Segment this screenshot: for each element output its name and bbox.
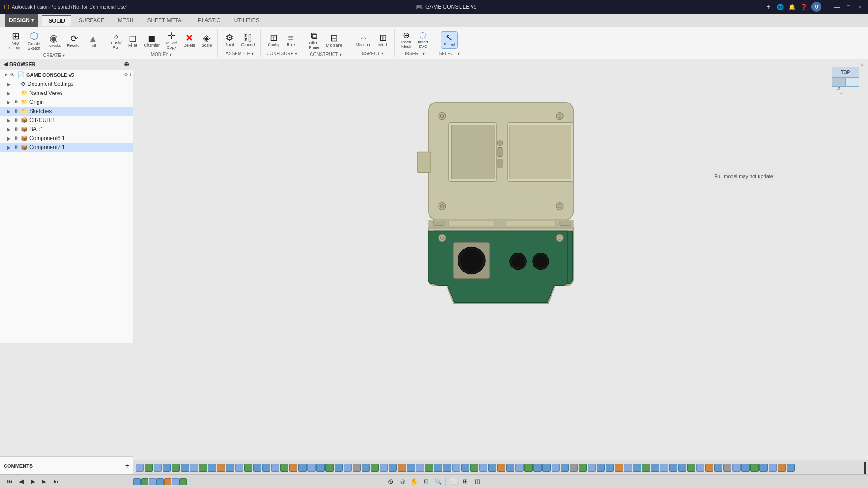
anim-play-btn[interactable]: ▶ xyxy=(28,477,38,487)
timeline-item[interactable] xyxy=(479,464,487,472)
btn-configure1[interactable]: ⊞Config xyxy=(265,32,282,48)
timeline-item[interactable] xyxy=(696,464,704,472)
timeline-playhead[interactable] xyxy=(864,462,866,474)
timeline-item[interactable] xyxy=(154,464,162,472)
timeline-item[interactable] xyxy=(723,464,731,472)
help-btn[interactable]: ❓ xyxy=(800,3,808,11)
browser-item-circuit[interactable]: ▶ 👁 📦 CIRCUIT:1 xyxy=(0,116,133,125)
tab-solid[interactable]: SOLID xyxy=(42,15,71,26)
comp-icon[interactable] xyxy=(149,478,156,485)
timeline-item[interactable] xyxy=(316,464,325,472)
viewport[interactable]: TOP Z ⌂ ✕ Full model may not update xyxy=(133,59,868,350)
timeline-item[interactable] xyxy=(136,464,144,472)
timeline-item[interactable] xyxy=(633,464,641,472)
tab-surface[interactable]: SURFACE xyxy=(72,15,111,25)
btn-pushpull[interactable]: ⬦Push/Pull xyxy=(109,30,124,51)
tab-sheetmetal[interactable]: SHEET METAL xyxy=(141,15,190,25)
timeline-item[interactable] xyxy=(425,464,433,472)
timeline-item[interactable] xyxy=(262,464,270,472)
anim-first-btn[interactable]: ⏮ xyxy=(5,477,14,487)
browser-item-named-views[interactable]: ▶ 👁 📁 Named Views xyxy=(0,89,133,98)
timeline-item[interactable] xyxy=(271,464,279,472)
timeline-item[interactable] xyxy=(669,464,677,472)
btn-configure2[interactable]: ≡Rule xyxy=(283,32,298,48)
timeline-item[interactable] xyxy=(253,464,261,472)
timeline-item[interactable] xyxy=(687,464,695,472)
comp-icon[interactable] xyxy=(133,478,141,485)
btn-interf[interactable]: ⊞Interf. xyxy=(376,32,391,48)
btn-move[interactable]: ✛Move/Copy xyxy=(164,30,179,51)
comp-icon[interactable] xyxy=(179,478,187,485)
close-btn[interactable]: × xyxy=(856,3,864,11)
eye-icon[interactable]: 👁 xyxy=(14,127,21,132)
eye-icon[interactable]: 👁 xyxy=(14,108,21,114)
browser-item-comp7[interactable]: ▶ 👁 📦 Component7:1 xyxy=(0,143,133,152)
timeline-item[interactable] xyxy=(624,464,632,472)
tab-plastic[interactable]: PLASTIC xyxy=(192,15,227,25)
btn-chamfer[interactable]: ◼Chamfer xyxy=(142,32,162,49)
tab-utilities[interactable]: UTILITIES xyxy=(228,15,266,25)
eye-icon[interactable]: 👁 xyxy=(14,99,21,105)
timeline-item[interactable] xyxy=(289,464,297,472)
user-avatar[interactable]: U xyxy=(811,2,821,12)
browser-item-root[interactable]: ▼ 👁 📄 GAME CONSOLE v5 ⚙ ℹ xyxy=(0,70,133,80)
btn-fillet[interactable]: ◻Fillet xyxy=(126,32,140,49)
btn-new-component[interactable]: ⊞NewComp. xyxy=(7,30,24,52)
btn-joint[interactable]: ⚙Joint xyxy=(222,32,237,48)
btn-measure[interactable]: ↔Measure xyxy=(354,32,374,48)
timeline-item[interactable] xyxy=(714,464,722,472)
root-info-icon[interactable]: ℹ xyxy=(129,72,131,78)
timeline-item[interactable] xyxy=(307,464,316,472)
btn-revolve[interactable]: ⟳Revolve xyxy=(65,33,84,49)
timeline-item[interactable] xyxy=(172,464,180,472)
timeline-item[interactable] xyxy=(389,464,397,472)
timeline-item[interactable] xyxy=(280,464,288,472)
cube-right-face[interactable] xyxy=(845,78,859,87)
cube-left-face[interactable] xyxy=(832,78,845,87)
timeline-item[interactable] xyxy=(597,464,605,472)
timeline-item[interactable] xyxy=(615,464,623,472)
btn-create-sketch[interactable]: ⬡CreateSketch xyxy=(26,30,43,52)
comp-icon[interactable] xyxy=(141,478,148,485)
timeline-item[interactable] xyxy=(244,464,252,472)
account-btn[interactable]: 🌐 xyxy=(776,3,784,11)
timeline-item[interactable] xyxy=(579,464,587,472)
tab-mesh[interactable]: MESH xyxy=(112,15,140,25)
timeline-item[interactable] xyxy=(443,464,451,472)
timeline-item[interactable] xyxy=(181,464,189,472)
new-tab-btn[interactable]: + xyxy=(764,3,773,11)
timeline-item[interactable] xyxy=(515,464,524,472)
anim-last-btn[interactable]: ⏭ xyxy=(52,477,61,487)
eye-icon[interactable]: 👁 xyxy=(14,117,21,123)
maximize-btn[interactable]: □ xyxy=(844,3,853,11)
btn-loft[interactable]: ▲Loft xyxy=(86,33,100,49)
timeline-item[interactable] xyxy=(208,464,216,472)
view-cube[interactable]: TOP Z ⌂ ✕ xyxy=(827,63,863,99)
timeline-item[interactable] xyxy=(769,464,777,472)
timeline-item[interactable] xyxy=(524,464,533,472)
timeline-item[interactable] xyxy=(651,464,659,472)
timeline-item[interactable] xyxy=(760,464,768,472)
browser-add-icon[interactable]: ⊕ xyxy=(124,61,129,68)
eye-icon[interactable]: 👁 xyxy=(10,72,17,78)
timeline-item[interactable] xyxy=(335,464,343,472)
cube-close-icon[interactable]: ✕ xyxy=(860,62,864,68)
timeline-item[interactable] xyxy=(570,464,578,472)
timeline-item[interactable] xyxy=(470,464,478,472)
timeline-item[interactable] xyxy=(362,464,370,472)
cube-top-face[interactable]: TOP xyxy=(832,67,859,78)
browser-item-origin[interactable]: ▶ 👁 📁 Origin xyxy=(0,98,133,107)
browser-item-sketches[interactable]: ▶ 👁 📁 Sketches xyxy=(0,107,133,116)
timeline-item[interactable] xyxy=(750,464,759,472)
timeline-item[interactable] xyxy=(217,464,225,472)
eye-icon[interactable]: 👁 xyxy=(14,145,21,150)
timeline-item[interactable] xyxy=(660,464,668,472)
btn-select[interactable]: ↖Select xyxy=(441,31,458,49)
timeline-item[interactable] xyxy=(235,464,243,472)
timeline-item[interactable] xyxy=(678,464,686,472)
timeline-item[interactable] xyxy=(353,464,361,472)
browser-item-bat[interactable]: ▶ 👁 📦 BAT:1 xyxy=(0,125,133,134)
timeline-item[interactable] xyxy=(434,464,442,472)
timeline-item[interactable] xyxy=(416,464,424,472)
timeline-item[interactable] xyxy=(452,464,460,472)
